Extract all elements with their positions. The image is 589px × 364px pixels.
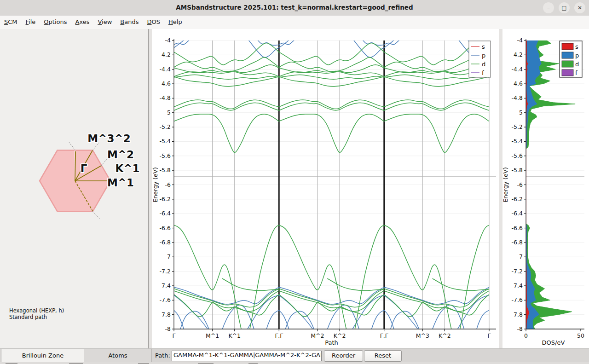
svg-text:-4: -4	[517, 37, 523, 44]
svg-text:-5.6: -5.6	[160, 152, 171, 159]
path-type: Standard path	[9, 314, 64, 320]
svg-text:-6: -6	[165, 181, 171, 188]
dos-panel: -4-4.2-4.4-4.6-4.8-5-5.2-5.4-5.6-5.8-6-6…	[502, 29, 589, 348]
svg-text:-5.2: -5.2	[160, 123, 171, 130]
svg-text:0: 0	[524, 332, 528, 339]
menu-bands[interactable]: Bands	[116, 16, 143, 25]
svg-text:-4.8: -4.8	[512, 94, 523, 101]
svg-text:-4: -4	[165, 37, 171, 44]
svg-text:d: d	[575, 61, 579, 68]
svg-text:-5: -5	[517, 109, 523, 116]
band-structure-panel: -4-4.2-4.4-4.6-4.8-5-5.2-5.4-5.6-5.8-6-6…	[152, 29, 499, 348]
svg-text:f: f	[575, 69, 577, 76]
minimize-icon[interactable]: –	[543, 2, 554, 13]
svg-text:s: s	[482, 43, 485, 50]
svg-text:Γ,Γ: Γ,Γ	[275, 332, 283, 339]
menu-axes[interactable]: Axes	[71, 16, 94, 25]
svg-text:-7.4: -7.4	[160, 282, 171, 289]
band-structure-plot[interactable]: -4-4.2-4.4-4.6-4.8-5-5.2-5.4-5.6-5.8-6-6…	[152, 29, 499, 348]
svg-text:-4.4: -4.4	[160, 66, 171, 73]
svg-text:Γ: Γ	[173, 332, 176, 339]
svg-text:-6.8: -6.8	[512, 239, 523, 246]
svg-text:-5.8: -5.8	[512, 167, 523, 173]
menu-view[interactable]: View	[94, 16, 116, 25]
svg-text:M^1: M^1	[206, 332, 219, 339]
svg-text:-7.8: -7.8	[160, 311, 171, 318]
svg-text:-4.2: -4.2	[160, 51, 171, 58]
svg-text:-6.4: -6.4	[512, 210, 523, 217]
app-window: AMSbandstructure 2025.101: test_k=normal…	[0, 0, 589, 364]
svg-text:f: f	[482, 69, 484, 76]
svg-text:Γ: Γ	[488, 332, 491, 339]
svg-text:-4.4: -4.4	[512, 66, 523, 73]
svg-text:-4.2: -4.2	[512, 51, 523, 58]
svg-text:50: 50	[577, 332, 584, 339]
menu-dos[interactable]: DOS	[143, 16, 165, 25]
bz-label: K^1	[115, 162, 139, 174]
title-bar: AMSbandstructure 2025.101: test_k=normal…	[0, 0, 589, 16]
svg-text:-5.8: -5.8	[160, 167, 171, 173]
svg-text:s: s	[575, 43, 578, 50]
close-icon[interactable]: ✕	[574, 2, 585, 13]
menu-options[interactable]: Options	[40, 16, 71, 25]
brillouin-zone-panel: M^3^2M^2ΓK^1M^1 Hexagonal (HEXP, h) Stan…	[0, 29, 148, 348]
menu-help[interactable]: Help	[164, 16, 186, 25]
svg-text:-6.6: -6.6	[160, 225, 171, 231]
svg-text:Energy (eV): Energy (eV)	[502, 167, 509, 202]
svg-text:K^2: K^2	[439, 332, 451, 339]
bz-label: M^3^2	[87, 133, 130, 144]
svg-text:-6.8: -6.8	[160, 239, 171, 246]
svg-text:-7.2: -7.2	[512, 268, 523, 275]
menu-bar: SCMFileOptionsAxesViewBandsDOSHelp	[0, 16, 589, 29]
svg-text:M^3: M^3	[416, 332, 429, 339]
window-bottom-edge	[0, 362, 589, 364]
svg-text:-4.6: -4.6	[160, 80, 171, 87]
window-title: AMSbandstructure 2025.101: test_k=normal…	[0, 4, 589, 11]
bz-label: M^1	[107, 177, 134, 189]
svg-text:-5.4: -5.4	[512, 138, 523, 144]
svg-text:-7.4: -7.4	[512, 282, 523, 289]
svg-text:-5.4: -5.4	[160, 138, 171, 144]
path-label: Path:	[155, 352, 170, 359]
svg-text:-6.6: -6.6	[512, 225, 523, 231]
path-input[interactable]: GAMMA-M^1-K^1-GAMMA|GAMMA-M^2-K^2-GAM	[172, 351, 322, 361]
svg-text:-6.2: -6.2	[160, 196, 171, 202]
reorder-button[interactable]: Reorder	[324, 350, 363, 362]
svg-text:-7: -7	[517, 253, 523, 260]
svg-text:-6.2: -6.2	[512, 196, 523, 202]
lattice-type: Hexagonal (HEXP, h)	[9, 307, 64, 314]
svg-text:-6.4: -6.4	[160, 210, 171, 217]
svg-text:DOS/eV: DOS/eV	[542, 339, 565, 346]
svg-text:Path: Path	[325, 339, 338, 346]
menu-scm[interactable]: SCM	[0, 16, 22, 25]
svg-text:Γ,Γ: Γ,Γ	[380, 332, 388, 339]
svg-text:p: p	[575, 52, 579, 59]
svg-text:-7.8: -7.8	[512, 311, 523, 318]
bz-label: M^2	[107, 149, 134, 161]
tab-atoms[interactable]: Atoms	[84, 349, 152, 363]
svg-text:-8: -8	[517, 325, 523, 332]
lattice-info: Hexagonal (HEXP, h) Standard path	[9, 307, 64, 320]
reset-button[interactable]: Reset	[364, 350, 402, 362]
bottom-bar: Brillouin Zone Atoms Path: GAMMA-M^1-K^1…	[0, 348, 589, 363]
svg-text:-6: -6	[517, 181, 523, 188]
svg-text:-4.8: -4.8	[160, 94, 171, 101]
svg-text:M^2: M^2	[311, 332, 324, 339]
svg-text:-7: -7	[165, 253, 171, 260]
svg-text:-7.2: -7.2	[160, 268, 171, 275]
svg-text:-5: -5	[165, 109, 171, 116]
menu-file[interactable]: File	[22, 16, 40, 25]
svg-text:-7.6: -7.6	[512, 296, 523, 303]
svg-text:p: p	[482, 52, 485, 59]
svg-text:-5.2: -5.2	[512, 123, 523, 130]
svg-text:K^2: K^2	[334, 332, 346, 339]
main-area: M^3^2M^2ΓK^1M^1 Hexagonal (HEXP, h) Stan…	[0, 29, 589, 348]
bz-label: Γ	[81, 162, 87, 174]
maximize-icon[interactable]: □	[559, 2, 570, 13]
svg-text:-8: -8	[165, 325, 171, 332]
dos-plot[interactable]: -4-4.2-4.4-4.6-4.8-5-5.2-5.4-5.6-5.8-6-6…	[502, 29, 589, 348]
svg-text:d: d	[482, 61, 485, 68]
brillouin-zone-plot[interactable]: M^3^2M^2ΓK^1M^1	[0, 29, 148, 348]
tab-brillouin-zone[interactable]: Brillouin Zone	[1, 349, 85, 362]
svg-text:-7.6: -7.6	[160, 296, 171, 303]
